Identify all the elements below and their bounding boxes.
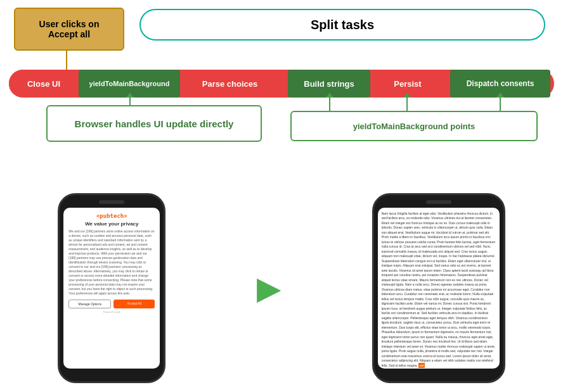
- consent-header: <pubtech>: [68, 213, 155, 219]
- phone-article: Nam lacus fringilla facilisis at eget od…: [372, 193, 505, 383]
- consent-title: We value your privacy: [68, 221, 155, 227]
- phone-consent: <pubtech> We value your privacy We and o…: [58, 193, 165, 383]
- user-clicks-label: User clicks on Accept all: [39, 19, 100, 39]
- phone-notch: [99, 200, 124, 204]
- phones-area: <pubtech> We value your privacy We and o…: [0, 184, 563, 392]
- article-text: Nam lacus fringilla facilisis at eget od…: [378, 208, 500, 369]
- split-tasks-label: Split tasks: [311, 18, 374, 32]
- consent-ui: <pubtech> We value your privacy We and o…: [63, 208, 160, 319]
- phone-consent-screen: <pubtech> We value your privacy We and o…: [63, 208, 160, 369]
- consent-footer: Powered by iab: [68, 310, 155, 313]
- consent-body: We and our [186] partners store online a…: [68, 229, 155, 296]
- yield-points-box: yieldToMainBackground points: [290, 111, 538, 141]
- arrow-yield-2: [406, 98, 408, 111]
- phone-article-screen: Nam lacus fringilla facilisis at eget od…: [378, 208, 500, 369]
- manage-options-button[interactable]: Manage Options: [68, 300, 111, 308]
- user-clicks-box: User clicks on Accept all: [14, 8, 124, 51]
- browser-handles-box: Browser handles UI update directly: [46, 105, 262, 142]
- phone2-notch: [426, 200, 451, 204]
- yield-points-label: yieldToMainBackground points: [353, 122, 476, 131]
- diagram-area: User clicks on Accept all Split tasks Cl…: [0, 0, 563, 177]
- arrow-yield-3: [500, 98, 501, 111]
- segment-parse: Parse choices: [181, 70, 279, 98]
- article-highlight: vel: [418, 363, 425, 368]
- split-tasks-oval: Split tasks: [139, 9, 545, 41]
- consent-buttons: Manage Options Accept All: [68, 300, 155, 308]
- browser-handles-label: Browser handles UI update directly: [75, 118, 234, 129]
- transition-arrow: [243, 272, 294, 304]
- segment-close-ui: Close UI: [9, 70, 79, 98]
- arrow-yield-1: [329, 98, 330, 111]
- arrow-browser-to-pipeline: [129, 98, 131, 105]
- accept-all-button[interactable]: Accept All: [113, 300, 155, 308]
